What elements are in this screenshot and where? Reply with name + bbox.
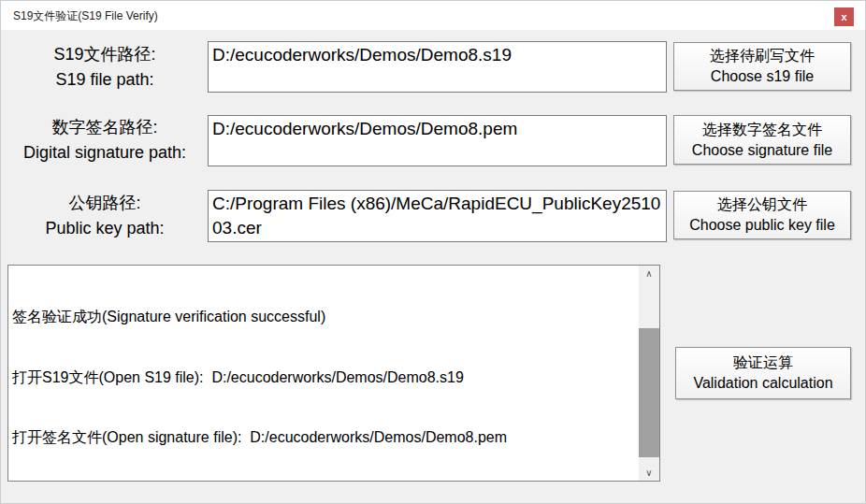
log-line: 打开签名文件(Open signature file): D:/ecucoder…	[12, 427, 637, 448]
signature-path-label: 数字签名路径: Digital signature path:	[6, 114, 204, 166]
public-key-path-input[interactable]: C:/Program Files (x86)/MeCa/RapidECU_Pub…	[208, 190, 667, 242]
close-icon: x	[841, 11, 846, 22]
signature-path-label-en: Digital signature path:	[6, 140, 204, 166]
scroll-down-button[interactable]: ∨	[639, 465, 659, 481]
scrollbar-thumb[interactable]	[639, 328, 659, 457]
log-scrollbar[interactable]: ∧ ∨	[639, 266, 659, 481]
title-bar: S19文件验证(S19 File Verify) x	[1, 1, 865, 30]
signature-path-input[interactable]: D:/ecucoderworks/Demos/Demo8.pem	[208, 115, 667, 166]
s19-path-label-en: S19 file path:	[6, 67, 204, 93]
log-text: 签名验证成功(Signature verification successful…	[8, 266, 639, 481]
window-title: S19文件验证(S19 File Verify)	[13, 8, 158, 24]
log-area[interactable]: 签名验证成功(Signature verification successful…	[7, 265, 660, 482]
log-line: 打开S19文件(Open S19 file): D:/ecucoderworks…	[12, 367, 637, 388]
choose-s19-file-button-label-en: Choose s19 file	[674, 66, 850, 87]
validation-calculation-button-label-cn: 验证运算	[676, 353, 850, 373]
choose-signature-file-button-label-en: Choose signature file	[674, 140, 850, 161]
choose-public-key-file-button-label-en: Choose public key file	[674, 215, 850, 236]
chevron-down-icon: ∨	[645, 468, 652, 478]
chevron-up-icon: ∧	[645, 268, 652, 279]
choose-public-key-file-button[interactable]: 选择公钥文件 Choose public key file	[673, 191, 851, 239]
public-key-path-label-en: Public key path:	[6, 216, 204, 241]
choose-s19-file-button-label-cn: 选择待刷写文件	[674, 46, 850, 66]
scroll-up-button[interactable]: ∧	[639, 266, 659, 281]
s19-path-input[interactable]: D:/ecucoderworks/Demos/Demo8.s19	[208, 41, 667, 93]
signature-path-label-cn: 数字签名路径:	[6, 115, 204, 140]
choose-signature-file-button-label-cn: 选择数字签名文件	[674, 120, 850, 140]
choose-signature-file-button[interactable]: 选择数字签名文件 Choose signature file	[673, 115, 851, 165]
public-key-path-label: 公钥路径: Public key path:	[6, 189, 204, 243]
validation-calculation-button-label-en: Validation calculation	[676, 373, 850, 394]
validation-calculation-button[interactable]: 验证运算 Validation calculation	[675, 347, 851, 399]
log-line: 签名验证成功(Signature verification successful…	[12, 307, 637, 327]
close-button[interactable]: x	[834, 7, 854, 26]
choose-public-key-file-button-label-cn: 选择公钥文件	[674, 194, 850, 215]
s19-path-label-cn: S19文件路径:	[6, 42, 204, 67]
s19-path-label: S19文件路径: S19 file path:	[6, 41, 204, 94]
app-window: S19文件验证(S19 File Verify) x S19文件路径: S19 …	[0, 0, 866, 504]
choose-s19-file-button[interactable]: 选择待刷写文件 Choose s19 file	[673, 42, 851, 91]
public-key-path-label-cn: 公钥路径:	[6, 191, 204, 216]
